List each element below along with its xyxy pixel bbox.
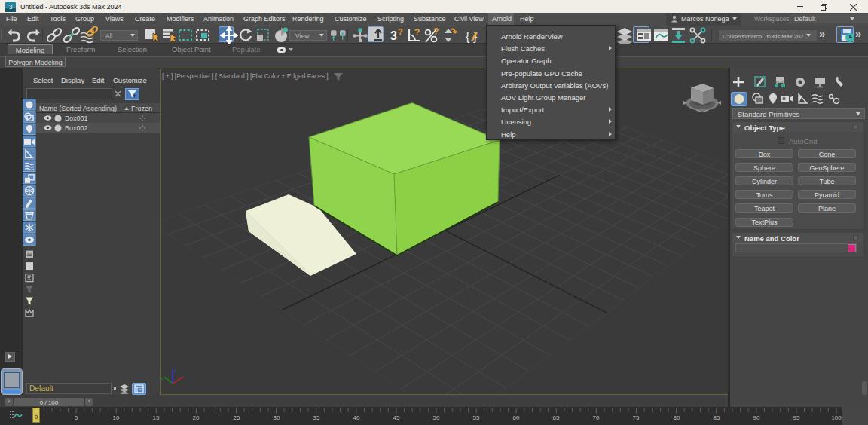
- svg-text:?: ?: [433, 26, 439, 37]
- svg-text:z: z: [174, 367, 177, 374]
- svg-text:3: 3: [8, 3, 12, 11]
- svg-text:x: x: [160, 375, 164, 382]
- svg-text:?: ?: [398, 27, 403, 36]
- svg-text:3: 3: [390, 29, 397, 42]
- svg-text:?: ?: [414, 27, 420, 38]
- svg-text:{: {: [466, 30, 470, 43]
- svg-text:[ + ] [Perspective ] [ Standar: [ + ] [Perspective ] [ Standard ] [Flat …: [162, 72, 329, 80]
